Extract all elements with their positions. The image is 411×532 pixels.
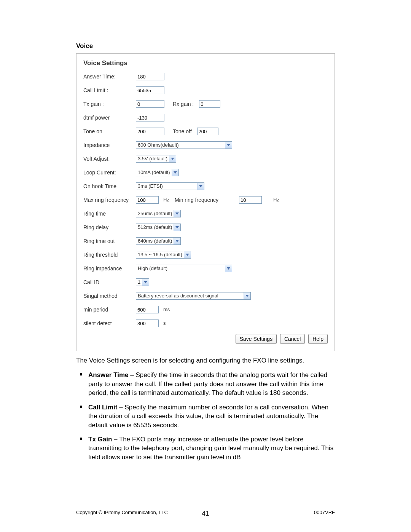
- input-min-ring-freq[interactable]: [239, 196, 262, 204]
- select-loop-current-text: 10mA (default): [136, 169, 172, 176]
- label-on-hook-time: On hook Time: [83, 183, 133, 190]
- input-dtmf-power[interactable]: [136, 114, 164, 121]
- row-call-id: Call ID 1: [83, 278, 328, 286]
- help-button[interactable]: Help: [308, 334, 328, 344]
- label-impedance: Impedance: [83, 142, 133, 149]
- svg-marker-3: [199, 185, 202, 187]
- row-ring-threshold: Ring threshold 13.5 ~ 16.5 (default): [83, 251, 328, 259]
- select-ring-time-text: 256ms (default): [136, 211, 174, 217]
- chevron-down-icon: [172, 169, 178, 176]
- select-signal-method[interactable]: Battery reversal as disconnect signal: [136, 292, 251, 300]
- select-on-hook-time[interactable]: 3ms (ETSI): [136, 182, 204, 190]
- label-tx-gain: Tx gain :: [83, 101, 133, 107]
- unit-hz-1: Hz: [162, 197, 169, 203]
- select-ring-time[interactable]: 256ms (default): [136, 210, 181, 217]
- input-tx-gain[interactable]: [136, 100, 164, 108]
- label-ring-time-out: Ring time out: [83, 238, 133, 244]
- input-silent-detect[interactable]: [136, 320, 159, 327]
- svg-marker-7: [186, 254, 189, 256]
- select-loop-current[interactable]: 10mA (default): [136, 169, 179, 176]
- label-ring-delay: Ring delay: [83, 224, 133, 231]
- bullet-term: Tx Gain: [88, 436, 112, 443]
- row-min-period: min period ms: [83, 306, 328, 313]
- bullet-list: Answer Time – Specify the time in second…: [76, 371, 335, 462]
- svg-marker-1: [171, 158, 174, 160]
- input-rx-gain[interactable]: [199, 100, 220, 108]
- label-ring-threshold: Ring threshold: [83, 251, 133, 258]
- chevron-down-icon: [174, 238, 180, 244]
- label-ring-time: Ring time: [83, 210, 133, 217]
- unit-ms: ms: [162, 307, 170, 313]
- input-min-period[interactable]: [136, 306, 159, 313]
- voice-settings-panel: Voice Settings Answer Time: Call Limit :…: [76, 53, 335, 351]
- bullet-term: Answer Time: [88, 371, 129, 379]
- svg-marker-5: [175, 226, 179, 228]
- label-call-limit: Call Limit :: [83, 87, 133, 94]
- label-min-period: min period: [83, 306, 133, 313]
- label-call-id: Call ID: [83, 279, 133, 286]
- label-rx-gain: Rx gain :: [167, 101, 196, 107]
- label-silent-detect: silent detect: [83, 320, 133, 327]
- chevron-down-icon: [225, 142, 232, 149]
- svg-marker-10: [245, 295, 249, 297]
- row-impedance: Impedance 600 Ohms(default): [83, 141, 328, 149]
- panel-title: Voice Settings: [83, 59, 328, 67]
- chevron-down-icon: [244, 292, 250, 299]
- unit-hz-2: Hz: [272, 197, 279, 203]
- select-ring-impedance-text: High (default): [136, 265, 169, 272]
- label-ring-impedance: Ring impedance: [83, 265, 133, 272]
- row-ring-frequency: Max ring frequency Hz Min ring frequency…: [83, 196, 328, 204]
- list-item: Tx Gain – The FXO ports may increase or …: [76, 435, 335, 462]
- label-tone-on: Tone on: [83, 128, 133, 135]
- chevron-down-icon: [174, 224, 180, 231]
- row-ring-time: Ring time 256ms (default): [83, 210, 328, 217]
- row-answer-time: Answer Time:: [83, 73, 328, 80]
- chevron-down-icon: [174, 210, 180, 217]
- save-button[interactable]: Save Settings: [236, 334, 277, 344]
- input-max-ring-freq[interactable]: [136, 196, 159, 204]
- bullet-text: – The FXO ports may increase or attenuat…: [88, 436, 333, 461]
- select-signal-method-text: Battery reversal as disconnect signal: [136, 293, 220, 299]
- select-ring-delay-text: 512ms (default): [136, 224, 174, 231]
- cancel-button[interactable]: Cancel: [280, 334, 305, 344]
- page-footer: Copyright © IPitomy Communication, LLC 4…: [76, 510, 335, 516]
- select-ring-time-out[interactable]: 640ms (default): [136, 237, 181, 245]
- label-tone-off: Tone off: [167, 128, 194, 135]
- chevron-down-icon: [169, 155, 176, 162]
- label-volt-adjust: Volt Adjust:: [83, 155, 133, 162]
- select-impedance[interactable]: 600 Ohms(default): [136, 141, 232, 149]
- footer-right: 0007VRF: [314, 510, 335, 516]
- label-signal-method: Singal method: [83, 292, 133, 299]
- section-heading: Voice: [76, 42, 335, 50]
- svg-marker-0: [227, 144, 230, 146]
- select-volt-adjust-text: 3.5V (default): [136, 156, 169, 162]
- select-ring-threshold[interactable]: 13.5 ~ 16.5 (default): [136, 251, 191, 259]
- row-ring-delay: Ring delay 512ms (default): [83, 224, 328, 231]
- select-call-id[interactable]: 1: [136, 278, 149, 286]
- select-impedance-text: 600 Ohms(default): [136, 142, 180, 149]
- select-ring-delay[interactable]: 512ms (default): [136, 224, 181, 231]
- chevron-down-icon: [142, 279, 149, 286]
- select-volt-adjust[interactable]: 3.5V (default): [136, 155, 176, 163]
- row-signal-method: Singal method Battery reversal as discon…: [83, 292, 328, 300]
- input-call-limit[interactable]: [136, 86, 164, 94]
- select-ring-impedance[interactable]: High (default): [136, 265, 232, 272]
- bullet-term: Call Limit: [88, 404, 118, 411]
- row-ring-time-out: Ring time out 640ms (default): [83, 237, 328, 245]
- select-ring-threshold-text: 13.5 ~ 16.5 (default): [136, 252, 184, 258]
- input-tone-on[interactable]: [136, 128, 164, 135]
- label-dtmf-power: dtmf power: [83, 114, 133, 121]
- row-gain: Tx gain : Rx gain :: [83, 100, 328, 108]
- svg-marker-6: [175, 240, 179, 242]
- input-tone-off[interactable]: [197, 128, 218, 135]
- label-min-ring-freq: Min ring frequency: [172, 197, 221, 203]
- svg-marker-9: [144, 281, 147, 283]
- row-tone: Tone on Tone off: [83, 128, 328, 135]
- row-dtmf-power: dtmf power: [83, 114, 328, 121]
- chevron-down-icon: [197, 183, 204, 190]
- label-answer-time: Answer Time:: [83, 73, 133, 80]
- chevron-down-icon: [225, 265, 232, 272]
- label-loop-current: Loop Current:: [83, 169, 133, 176]
- list-item: Call Limit – Specify the maximum number …: [76, 403, 335, 430]
- input-answer-time[interactable]: [136, 73, 164, 80]
